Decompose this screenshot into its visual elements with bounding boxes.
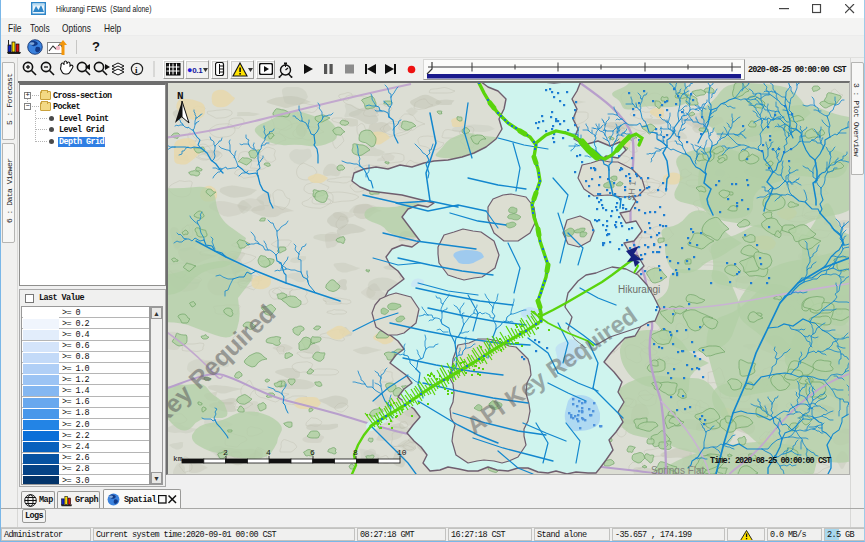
svg-text:km: km <box>173 454 183 463</box>
svg-text:8: 8 <box>353 448 358 457</box>
svg-text:Hikurangi: Hikurangi <box>618 284 660 295</box>
svg-text:N: N <box>177 90 184 102</box>
svg-text:Time: 2020-08-25 00:00:00 CST: Time: 2020-08-25 00:00:00 CST <box>710 456 831 466</box>
svg-text:4: 4 <box>266 448 271 457</box>
svg-text:2: 2 <box>223 448 228 457</box>
svg-text:Springs Flat: Springs Flat <box>651 465 705 474</box>
svg-text:i: i <box>135 65 138 75</box>
svg-text:SH 1: SH 1 <box>626 180 638 201</box>
svg-text:10: 10 <box>397 448 407 457</box>
svg-text:6: 6 <box>310 448 315 457</box>
